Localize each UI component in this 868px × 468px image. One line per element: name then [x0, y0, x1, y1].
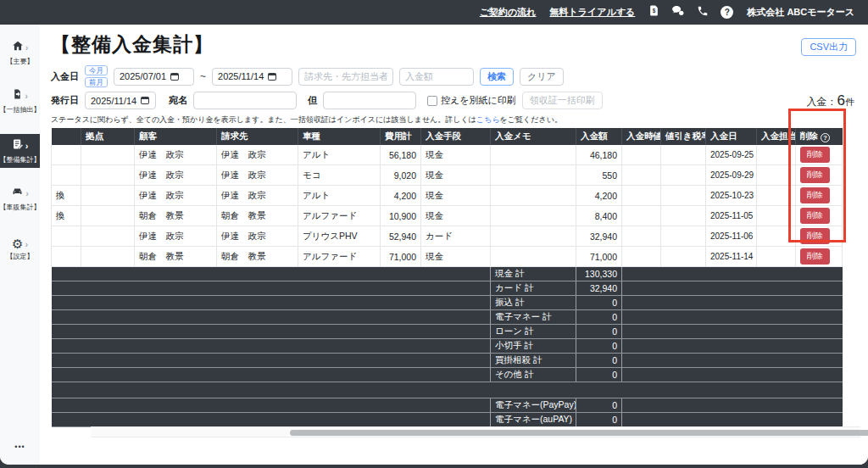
- free-trial-link[interactable]: 無料トライアルする: [550, 6, 636, 19]
- chevron-right-icon: ›: [25, 92, 28, 101]
- sidebar-item-label: 【主要】: [7, 57, 34, 66]
- cell-memo: [491, 226, 576, 247]
- summary-value: 130,330: [576, 267, 622, 281]
- horizontal-scrollbar-thumb[interactable]: [290, 430, 868, 436]
- csv-export-button[interactable]: CSV出力: [801, 38, 856, 56]
- cell-time_value: [622, 206, 661, 226]
- cell-base: [81, 226, 135, 247]
- cell-date: 2025-11-06: [706, 226, 757, 247]
- sidebar-more-button[interactable]: •••: [0, 443, 40, 451]
- cell-memo: [491, 247, 576, 267]
- chat-icon[interactable]: [671, 4, 685, 20]
- table-row: 伊達 政宗伊達 政宗アルト56,180現金46,1802025-09-25削除: [52, 145, 843, 165]
- issue-date-input[interactable]: 2025/11/14: [85, 92, 156, 109]
- summary-label: 振込 計: [491, 296, 576, 310]
- sidebar-item-main[interactable]: › 【主要】: [0, 36, 40, 70]
- delete-button[interactable]: 削除: [800, 167, 830, 183]
- top-navbar: ご契約の流れ 無料トライアルする $ ? 株式会社 ABCモータース: [0, 0, 868, 25]
- summary-row: 振込 計0: [52, 296, 843, 310]
- cell-base: [81, 247, 135, 267]
- cell-staff: [757, 165, 796, 186]
- cell-amount: 32,940: [576, 226, 622, 247]
- cell-discount: [661, 186, 706, 206]
- summary-row: カード 計32,940: [52, 281, 843, 296]
- cell-c0: 換: [52, 206, 81, 226]
- summary-row: 現金 計130,330: [52, 267, 843, 281]
- sidebar-item-batch-export[interactable]: › 【一括抽出】: [0, 84, 40, 118]
- details-link[interactable]: こちら: [476, 115, 500, 124]
- home-icon: [12, 40, 24, 55]
- chevron-right-icon: ›: [25, 240, 28, 249]
- calendar-icon[interactable]: [170, 73, 179, 81]
- summary-spacer-row: [52, 382, 843, 398]
- cell-cost: 56,180: [381, 145, 421, 165]
- billto-search-input[interactable]: [298, 68, 393, 86]
- cell-base: [81, 186, 135, 206]
- summary-row: 電子マネー(auPAY)0: [52, 413, 843, 427]
- summary-label: 小切手 計: [491, 339, 576, 354]
- invoice-icon[interactable]: $: [648, 4, 659, 20]
- delete-button[interactable]: 削除: [800, 187, 830, 203]
- status-note: ステータスに関わらず、全ての入金・預かり金を表示します。また、一括領収証はインボ…: [51, 114, 868, 125]
- amount-search-input[interactable]: [399, 68, 474, 86]
- calendar-icon[interactable]: [141, 97, 149, 104]
- cell-staff: [757, 206, 796, 226]
- payments-table: 拠点 顧客 請求先 車種 費用計 入金手段 入金メモ 入金額 入金時値... 値…: [51, 128, 843, 427]
- cell-amount: 71,000: [576, 247, 622, 267]
- payment-date-to-input[interactable]: 2025/11/14: [212, 68, 292, 86]
- clear-button[interactable]: クリア: [520, 68, 564, 86]
- cell-customer: 伊達 政宗: [135, 165, 217, 186]
- help-icon[interactable]: ?: [721, 6, 733, 19]
- filter-row-issue-date: 発行日 2025/11/14 宛名 但 控えを別紙に印刷 領収証一括印刷: [51, 92, 868, 109]
- sidebar-item-settings[interactable]: ⚙ › 【設定】: [0, 234, 40, 265]
- cell-base: [81, 145, 135, 165]
- this-month-button[interactable]: 今月: [85, 65, 108, 75]
- delete-button[interactable]: 削除: [800, 248, 830, 265]
- cell-memo: [491, 145, 576, 165]
- cell-car: プリウスPHV: [298, 226, 381, 247]
- summary-row: 電子マネー(PayPay)0: [52, 398, 843, 413]
- addressee-input[interactable]: [193, 92, 297, 109]
- summary-value: 0: [576, 368, 622, 382]
- cell-car: アルト: [298, 145, 381, 165]
- prev-month-button[interactable]: 前月: [85, 77, 108, 87]
- delete-cell: 削除: [796, 165, 843, 186]
- car-sales-icon: [11, 186, 24, 201]
- cell-cost: 10,900: [381, 206, 421, 226]
- app-window: › 【主要】 › 【一括抽出】 › 【整備集計】 › 【車販集計】: [0, 25, 868, 465]
- cell-customer: 伊達 政宗: [135, 226, 217, 247]
- proviso-input[interactable]: [323, 92, 416, 109]
- svg-text:$: $: [653, 8, 656, 14]
- cell-memo: [491, 206, 576, 226]
- sidebar-item-car-sales-summary[interactable]: › 【車販集計】: [0, 181, 40, 215]
- search-button[interactable]: 検索: [480, 68, 514, 86]
- calendar-icon[interactable]: [268, 73, 276, 81]
- delete-button[interactable]: 削除: [800, 208, 830, 224]
- maintenance-report-icon: [12, 138, 24, 153]
- payment-date-from-input[interactable]: 2025/07/01: [114, 68, 194, 86]
- table-row: 朝倉 教景朝倉 教景アルファード71,000現金71,0002025-11-14…: [52, 247, 843, 267]
- summary-value: 32,940: [576, 281, 622, 296]
- cell-discount: [661, 206, 706, 226]
- cell-staff: [757, 186, 796, 206]
- cell-billto: 伊達 政宗: [217, 165, 298, 186]
- cell-date: 2025-10-23: [706, 186, 757, 206]
- cell-billto: 伊達 政宗: [217, 145, 298, 165]
- cell-c0: [52, 247, 81, 267]
- delete-button[interactable]: 削除: [800, 228, 830, 244]
- phone-icon[interactable]: [697, 5, 709, 20]
- sidebar-item-maintenance-summary[interactable]: › 【整備集計】: [0, 134, 40, 168]
- cell-amount: 550: [576, 165, 622, 186]
- cell-amount: 8,400: [576, 206, 622, 226]
- delete-help-icon[interactable]: ?: [821, 133, 830, 142]
- cell-base: [81, 206, 135, 226]
- batch-receipt-print-button[interactable]: 領収証一括印刷: [522, 92, 603, 109]
- proviso-label: 但: [308, 94, 317, 107]
- cell-cost: 71,000: [381, 247, 421, 267]
- sidebar-item-label: 【車販集計】: [0, 203, 41, 212]
- delete-button[interactable]: 削除: [800, 147, 830, 163]
- summary-row: ローン 計0: [52, 325, 843, 339]
- contract-flow-link[interactable]: ご契約の流れ: [480, 6, 537, 19]
- copy-print-checkbox[interactable]: [427, 96, 437, 106]
- summary-label: 電子マネー(PayPay): [491, 398, 576, 413]
